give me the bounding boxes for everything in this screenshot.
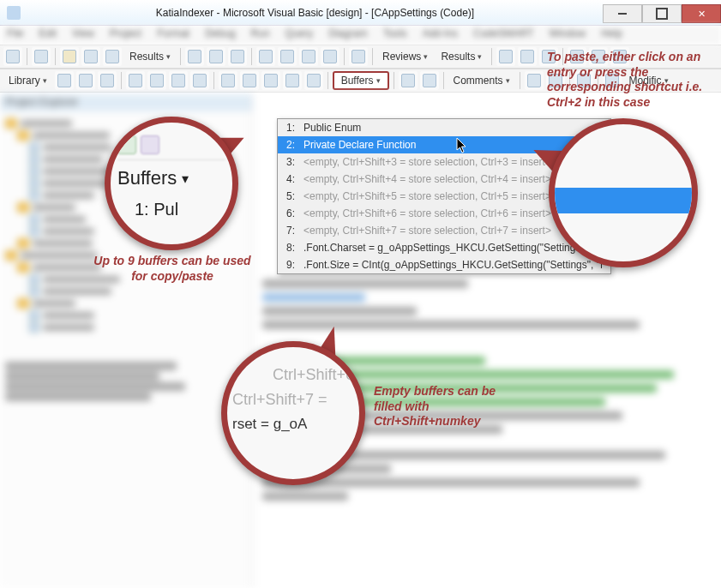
results-dropdown-2[interactable]: Results: [436, 47, 487, 66]
app-icon: [7, 6, 21, 20]
toolbar-icon[interactable]: [283, 71, 302, 90]
minimize-button[interactable]: [603, 4, 642, 23]
zoom-highlight-callout: rt>: [549, 118, 698, 267]
toolbar-icon[interactable]: [603, 71, 622, 90]
toolbar-icon[interactable]: [568, 47, 586, 66]
toolbar-icon[interactable]: [98, 71, 117, 90]
toolbar-icon[interactable]: [261, 71, 280, 90]
find-icon[interactable]: [60, 47, 79, 66]
library-dropdown[interactable]: Library: [3, 71, 52, 90]
modific-dropdown[interactable]: Modific: [624, 71, 674, 90]
project-explorer-title: Project Explorer: [0, 94, 252, 111]
maximize-button[interactable]: [642, 4, 682, 23]
toolbar-icon[interactable]: [589, 47, 608, 66]
toolbar-icon[interactable]: [3, 47, 22, 66]
toolbar-icon[interactable]: [321, 47, 339, 66]
mouse-cursor-icon: [456, 137, 468, 154]
toolbar-icon[interactable]: [518, 47, 537, 66]
toolbar-icon[interactable]: [55, 71, 74, 90]
toolbar-icon[interactable]: [278, 47, 297, 66]
toolbar-icon[interactable]: [219, 71, 237, 90]
toolbar-icon[interactable]: [574, 71, 593, 90]
toolbar-icon[interactable]: [420, 71, 439, 90]
toolbar-icon[interactable]: [546, 71, 565, 90]
toolbar-icon[interactable]: [299, 47, 318, 66]
toolbar-row-1: Results Reviews Results: [0, 45, 721, 69]
toolbar-icon[interactable]: [76, 71, 95, 90]
results-dropdown[interactable]: Results: [124, 47, 176, 66]
comments-dropdown[interactable]: Comments: [448, 71, 515, 90]
toolbar-icon[interactable]: [207, 47, 225, 66]
window-titlebar: KatiaIndexer - Microsoft Visual Basic [d…: [0, 0, 721, 26]
toolbar-icon[interactable]: [103, 47, 122, 66]
buffer-item-1[interactable]: 1:Public Enum: [278, 119, 610, 136]
toolbar-icon[interactable]: [169, 71, 188, 90]
toolbar-icon[interactable]: [240, 71, 259, 90]
toolbar-icon[interactable]: [525, 71, 544, 90]
close-button[interactable]: [682, 4, 721, 23]
toolbar-icon[interactable]: [496, 47, 515, 66]
toolbar-row-2: Library Buffers Comments Modific: [0, 69, 721, 93]
toolbar-icon[interactable]: [256, 47, 275, 66]
toolbar-icon[interactable]: [32, 47, 51, 66]
zoom-shortcut-callout: Ctrl+Shift+6 Ctrl+Shift+7 = rset = g_oA: [221, 341, 365, 485]
buffer-item-9[interactable]: 9:.Font.Size = CInt(g_oAppSettings_HKCU.…: [278, 256, 610, 273]
toolbar-icon[interactable]: [349, 47, 368, 66]
buffer-item-8[interactable]: 8:.Font.Charset = g_oAppSettings_HKCU.Ge…: [278, 239, 610, 256]
toolbar-icon[interactable]: [190, 71, 209, 90]
toolbar-icon[interactable]: [126, 71, 145, 90]
buffers-dropdown[interactable]: Buffers: [333, 71, 389, 90]
toolbar-icon[interactable]: [185, 47, 204, 66]
toolbar-icon[interactable]: [228, 47, 247, 66]
toolbar-icon[interactable]: [81, 47, 100, 66]
toolbar-icon[interactable]: [304, 71, 323, 90]
toolbar-icon[interactable]: [147, 71, 166, 90]
menu-bar[interactable]: FileEditView ProjectFormatDebug RunQuery…: [0, 26, 721, 45]
window-title: KatiaIndexer - Microsoft Visual Basic [d…: [27, 7, 603, 19]
toolbar-icon[interactable]: [399, 71, 418, 90]
toolbar-icon[interactable]: [539, 47, 558, 66]
toolbar-icon[interactable]: [610, 47, 629, 66]
zoom-buffers-label: Buffers: [117, 167, 225, 189]
zoom-buffers-callout: Buffers 1: Pul: [105, 117, 238, 250]
reviews-dropdown[interactable]: Reviews: [377, 47, 433, 66]
